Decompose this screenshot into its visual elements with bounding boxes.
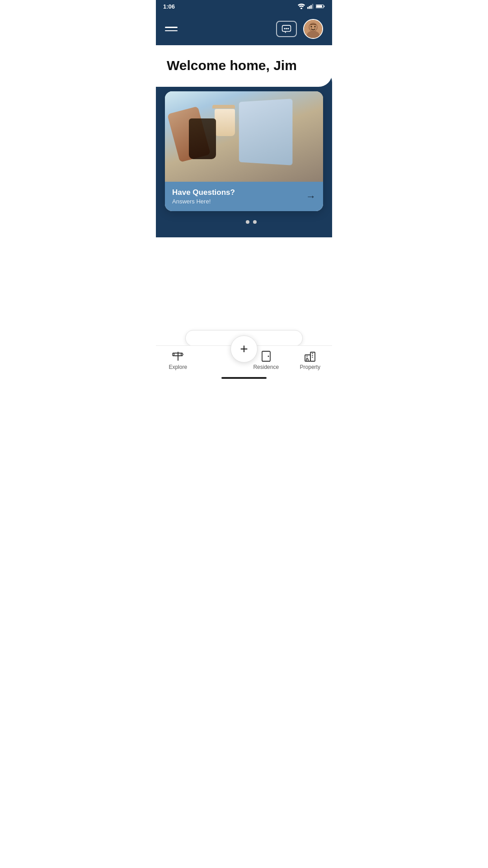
residence-icon xyxy=(260,350,272,362)
feature-section: Have Questions? Answers Here! → xyxy=(156,69,332,237)
svg-rect-4 xyxy=(312,4,314,9)
caption-text: Have Questions? Answers Here! xyxy=(172,188,235,205)
dot-3[interactable] xyxy=(253,220,257,224)
card-arrow[interactable]: → xyxy=(306,191,316,203)
welcome-section: Welcome home, Jim xyxy=(156,45,332,82)
card-image xyxy=(165,91,323,182)
home-indicator xyxy=(221,377,267,379)
header-right xyxy=(276,19,323,39)
carousel: Have Questions? Answers Here! → xyxy=(156,91,332,211)
nav-label-property: Property xyxy=(300,364,320,370)
card-caption: Have Questions? Answers Here! → xyxy=(165,182,323,211)
fab-button[interactable]: + xyxy=(230,335,258,363)
svg-point-11 xyxy=(287,28,289,29)
avatar-image xyxy=(303,19,323,39)
chat-button[interactable] xyxy=(276,21,297,37)
battery-icon xyxy=(316,4,325,9)
property-svg xyxy=(304,350,316,362)
svg-point-17 xyxy=(314,26,316,28)
app-header xyxy=(156,13,332,45)
user-avatar[interactable] xyxy=(303,19,323,39)
svg-point-9 xyxy=(284,28,286,29)
svg-point-0 xyxy=(300,8,302,9)
coffee-cup xyxy=(212,105,237,139)
svg-rect-2 xyxy=(309,6,310,9)
avatar-svg xyxy=(303,19,323,39)
explore-icon xyxy=(172,350,184,362)
nav-label-explore: Explore xyxy=(169,364,187,370)
svg-rect-30 xyxy=(306,359,308,361)
svg-point-10 xyxy=(286,28,287,29)
carousel-pagination xyxy=(156,220,332,224)
nav-label-residence: Residence xyxy=(253,364,279,370)
chat-icon xyxy=(282,24,291,33)
nav-item-explore[interactable]: Explore xyxy=(156,350,200,370)
svg-point-21 xyxy=(267,356,269,357)
property-icon xyxy=(304,350,316,362)
caption-subtitle: Answers Here! xyxy=(172,198,235,205)
wifi-icon xyxy=(298,4,305,9)
menu-button[interactable] xyxy=(165,27,178,31)
content-area xyxy=(156,237,332,310)
signal-icon xyxy=(307,4,314,9)
explore-svg xyxy=(172,350,184,362)
laptop-visual xyxy=(239,99,292,165)
status-time: 1:06 xyxy=(163,3,175,10)
dot-2[interactable] xyxy=(246,220,249,224)
status-icons xyxy=(298,4,325,9)
svg-rect-3 xyxy=(310,5,312,9)
svg-rect-6 xyxy=(316,5,322,8)
carousel-card-1[interactable]: Have Questions? Answers Here! → xyxy=(165,91,323,211)
welcome-text: Welcome home, Jim xyxy=(167,58,321,73)
svg-rect-7 xyxy=(324,6,324,7)
caption-title: Have Questions? xyxy=(172,188,235,197)
status-bar: 1:06 xyxy=(156,0,332,13)
svg-rect-1 xyxy=(307,7,309,9)
residence-svg xyxy=(261,350,272,362)
fab-container: + xyxy=(230,335,258,363)
nav-item-property[interactable]: Property xyxy=(288,350,333,370)
svg-point-16 xyxy=(311,26,312,28)
card-image-content xyxy=(165,91,323,182)
dot-1[interactable] xyxy=(231,220,242,224)
